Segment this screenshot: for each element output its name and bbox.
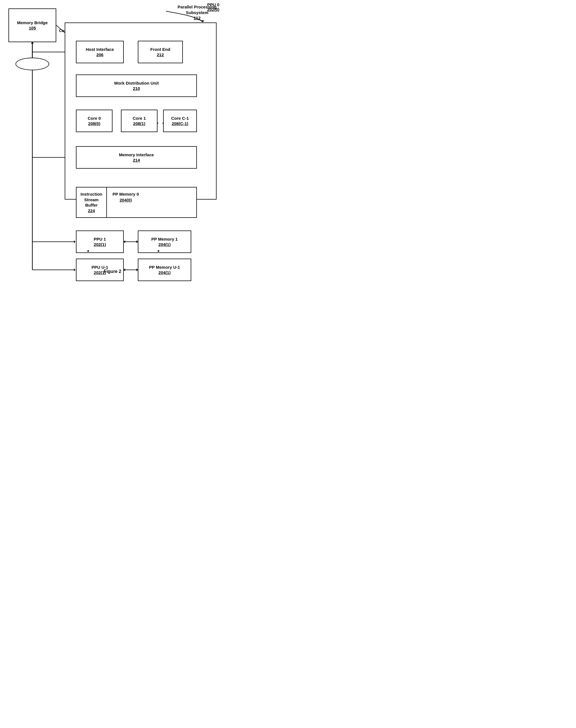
front-end-box: Front End 212 [138, 41, 183, 63]
core1-label: Core 1 [133, 116, 146, 121]
ppu0-title: PPU 0 202(0) [207, 2, 220, 12]
corec1-box: Core C-1 208(C-1) [163, 110, 197, 132]
pp-mem0-label: PP Memory 0 204(0) [113, 191, 139, 203]
svg-marker-30 [74, 240, 76, 243]
ppu0-label: PPU 0 [207, 2, 220, 7]
front-end-id: 212 [157, 52, 164, 58]
work-dist-id: 210 [133, 86, 140, 91]
pp-mem0-id: 204(0) [119, 198, 132, 202]
work-dist-label: Work Distribution Unit [114, 81, 159, 86]
instr-stream-label: InstructionStreamBuffer [81, 191, 103, 208]
figure-caption: Figure 2 [0, 269, 225, 274]
instr-stream-id: 224 [88, 208, 95, 214]
core1-id: 208(1) [133, 121, 145, 126]
ppu1-id: 202(1) [94, 242, 106, 247]
corec1-id: 208(C-1) [172, 121, 188, 126]
pp-mem1-label: PP Memory 1 [151, 236, 178, 242]
memory-bridge-id: 105 [29, 25, 36, 31]
pps-id: 112 [194, 16, 201, 20]
ppu1-box: PPU 1 202(1) [76, 231, 124, 253]
host-interface-id: 206 [96, 52, 103, 58]
diagram: Memory Bridge 105 Parallel ProcessingSub… [0, 0, 225, 275]
instr-stream-box: InstructionStreamBuffer 224 [76, 187, 107, 218]
work-dist-box: Work Distribution Unit 210 [76, 74, 197, 97]
front-end-label: Front End [150, 47, 170, 52]
host-interface-box: Host Interface 206 [76, 41, 124, 63]
mem-interface-box: Memory Interface 214 [76, 146, 197, 169]
core1-box: Core 1 208(1) [121, 110, 157, 132]
ppu1-label: PPU 1 [94, 236, 106, 242]
core0-id: 208(0) [88, 121, 100, 126]
core0-label: Core 0 [88, 116, 101, 121]
ppu0-id: 202(0) [207, 7, 220, 12]
memory-bridge-box: Memory Bridge 105 [8, 8, 56, 42]
host-interface-label: Host Interface [86, 47, 114, 52]
bus-ellipse [16, 58, 49, 70]
pp-mem1-box: PP Memory 1 204(1) [138, 231, 191, 253]
mem-interface-id: 214 [133, 157, 140, 163]
pp-mem0-text: PP Memory 0 [113, 192, 139, 196]
mem-interface-label: Memory Interface [119, 152, 154, 158]
core0-box: Core 0 208(0) [76, 110, 113, 132]
corec1-label: Core C-1 [171, 116, 189, 121]
memory-bridge-label: Memory Bridge [17, 20, 48, 26]
pp-mem1-id: 204(1) [159, 242, 170, 247]
